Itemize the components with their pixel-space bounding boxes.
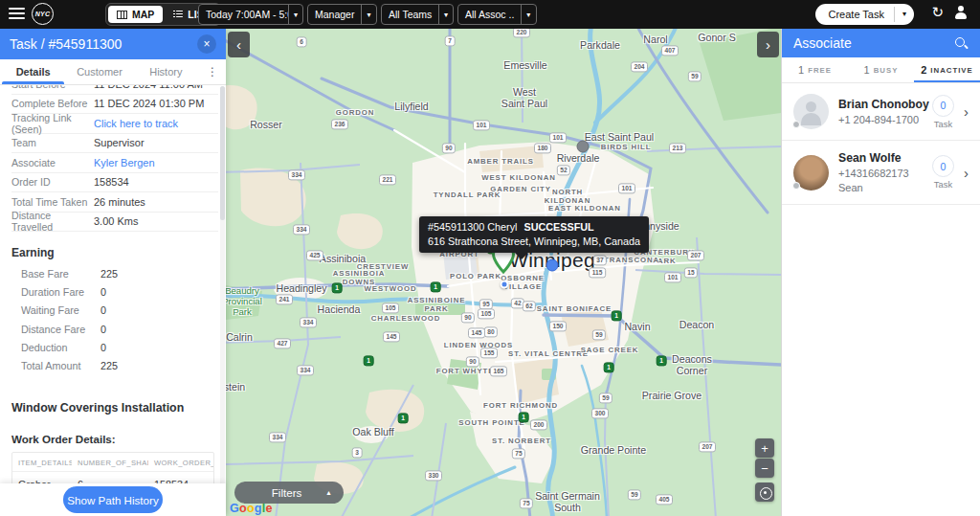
map-canvas[interactable]: RosserLilyfieldEmesvilleWest Saint PaulP… [226, 29, 781, 516]
route-shield: 52 [557, 165, 570, 175]
route-shield: 1 [612, 310, 622, 321]
route-shield: 115 [589, 267, 606, 278]
detail-row: Tracking Link (Seen)Click here to track [11, 114, 218, 134]
create-task-label: Create Task [815, 9, 894, 20]
tab-free[interactable]: 1FREE [782, 57, 848, 82]
route-shield: 155 [480, 348, 498, 358]
tooltip-status: SUCCESSFUL [523, 221, 593, 233]
associate-list-item[interactable]: Sean Wolfe+14316682173Sean0Task› [782, 141, 980, 205]
task-panel-scroll-area[interactable]: Start Before11 DEC 2024 11:00 AMComplete… [0, 85, 218, 512]
associate-panel-header: Associate [782, 29, 980, 57]
brand-logo[interactable]: NYC [32, 3, 54, 25]
tab-label: INACTIVE [930, 66, 972, 75]
chevron-right-icon[interactable]: › [958, 103, 972, 120]
associate-filter-value: All Assoc .. [458, 9, 521, 20]
create-task-caret-icon[interactable]: ▾ [894, 7, 914, 21]
route-shield: 90 [442, 143, 456, 153]
earning-value: 225 [100, 360, 118, 372]
table-header: ITEM_DETAILS [12, 453, 72, 471]
table-header: NUMBER_OF_SHADES [72, 453, 148, 471]
tab-history[interactable]: History [133, 59, 199, 84]
zoom-out-button[interactable]: − [755, 459, 774, 478]
caret-down-icon[interactable]: ▾ [438, 5, 453, 24]
secondary-location-marker[interactable] [501, 280, 509, 289]
associate-panel: Associate 1FREE1BUSY2INACTIVE Brian Chon… [781, 29, 980, 516]
route-shield: 145 [468, 327, 485, 338]
associate-list: Brian Chonoboy+1 204-894-17000Task›Sean … [782, 83, 980, 205]
associate-list-item[interactable]: Brian Chonoboy+1 204-894-17000Task› [782, 83, 980, 141]
detail-value-link[interactable]: Kyler Bergen [94, 157, 155, 168]
detail-label: Associate [11, 157, 94, 168]
detail-value: 3.00 Kms [94, 215, 138, 227]
detail-value: 11 DEC 2024 11:00 AM [94, 85, 203, 90]
task-panel-title: Task / #545911300 [10, 36, 197, 52]
show-path-history-button[interactable]: Show Path History [63, 486, 163, 513]
manager-filter[interactable]: Manager ▾ [307, 4, 377, 25]
route-shield: 220 [513, 29, 530, 38]
route-shield: 3 [352, 447, 363, 458]
close-icon[interactable]: × [197, 34, 216, 54]
collapse-right-panel-button[interactable]: › [757, 32, 779, 57]
detail-label: Order ID [11, 176, 94, 188]
route-shield: 427 [274, 338, 291, 348]
route-shield: 101 [473, 120, 490, 130]
route-shield: 1 [657, 355, 667, 366]
teams-filter[interactable]: All Teams ▾ [381, 4, 454, 25]
panel-vertical-scrollbar[interactable] [220, 86, 225, 511]
filters-button[interactable]: Filters ▲ [234, 482, 344, 504]
earning-row: Distance Fare0 [21, 324, 218, 336]
task-count: 0 [932, 95, 954, 117]
caret-up-icon: ▲ [325, 489, 332, 496]
earning-label: Total Amount [21, 360, 100, 372]
route-shield: 407 [661, 45, 679, 56]
earning-row: Duration Fare0 [21, 286, 218, 299]
route-shield: 221 [379, 174, 396, 185]
route-shield: 300 [591, 408, 609, 418]
search-icon[interactable] [953, 35, 969, 51]
map-view-button[interactable]: MAP [108, 6, 163, 23]
tab-busy[interactable]: 1BUSY [848, 57, 914, 82]
detail-row: AssociateKyler Bergen [11, 153, 218, 173]
chevron-right-icon[interactable]: › [958, 165, 972, 181]
route-shield: 75 [512, 448, 525, 459]
task-detail-rows: Start Before11 DEC 2024 11:00 AMComplete… [11, 85, 218, 232]
zoom-in-button[interactable]: + [755, 438, 774, 458]
hamburger-menu-icon[interactable] [9, 8, 25, 20]
route-shield: 59 [688, 71, 702, 81]
refresh-icon[interactable]: ↻ [931, 4, 944, 21]
collapse-left-panel-button[interactable]: ‹ [228, 32, 250, 57]
caret-down-icon[interactable]: ▾ [361, 5, 375, 24]
task-panel-tabs: DetailsCustomerHistory⋮ [0, 59, 226, 85]
inactive-associate-marker[interactable] [577, 141, 590, 153]
date-range-filter[interactable]: Today 7:00AM - 5:00PM ▾ [198, 4, 303, 25]
detail-value: Supervisor [94, 137, 145, 148]
associate-status-tabs: 1FREE1BUSY2INACTIVE [782, 57, 980, 83]
associate-filter[interactable]: All Assoc .. ▾ [457, 4, 537, 25]
tab-customer[interactable]: Customer [66, 59, 132, 84]
route-shield: 334 [297, 365, 314, 375]
kebab-menu-icon[interactable]: ⋮ [199, 65, 226, 79]
detail-row: Distance Travelled3.00 Kms [11, 213, 218, 233]
earning-label: Duration Fare [21, 286, 100, 299]
route-shield: 1 [398, 413, 409, 423]
associate-info: Sean Wolfe+14316682173Sean [838, 151, 932, 193]
caret-down-icon[interactable]: ▾ [288, 5, 302, 24]
tab-details[interactable]: Details [0, 59, 66, 84]
earning-rows: Base Fare225Duration Fare0Waiting Fare0D… [21, 268, 218, 372]
tab-inactive[interactable]: 2INACTIVE [914, 57, 980, 82]
earning-row: Total Amount225 [21, 360, 218, 372]
app-window: NYC MAP LIST Today 7:00AM - 5:00PM ▾ Man… [0, 0, 980, 516]
associate-location-marker[interactable] [546, 259, 559, 272]
task-panel-header: Task / #545911300 × [0, 29, 226, 59]
user-profile-icon[interactable] [953, 6, 969, 21]
create-task-button[interactable]: Create Task ▾ [815, 4, 914, 25]
route-shield: 59 [599, 393, 612, 403]
detail-value-link[interactable]: Click here to track [94, 118, 178, 129]
route-shield: 213 [669, 143, 686, 153]
route-shield: 405 [656, 494, 673, 505]
teams-filter-value: All Teams [382, 9, 438, 20]
detail-row: TeamSupervisor [11, 134, 218, 154]
caret-down-icon[interactable]: ▾ [521, 5, 535, 24]
my-location-button[interactable] [755, 482, 774, 502]
detail-label: Distance Travelled [11, 210, 94, 233]
